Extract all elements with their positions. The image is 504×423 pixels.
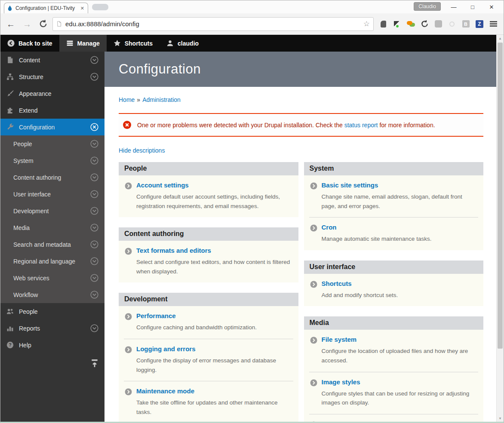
browser-tab[interactable]: Configuration | EDU-Tivity ✕ <box>4 3 88 13</box>
hide-descriptions-link[interactable]: Hide descriptions <box>119 147 165 154</box>
config-link-description: Add and modify shortcut sets. <box>322 291 398 300</box>
sidebar-item-user-interface[interactable]: User interface <box>0 186 104 202</box>
link-logging-and-errors[interactable]: Logging and errors <box>136 345 196 352</box>
toolbar-claudio[interactable]: claudio <box>160 35 206 52</box>
sidebar-item-label: Web services <box>13 275 85 282</box>
drupal-admin-toolbar: Back to site Manage Shortcuts claudio <box>0 35 496 52</box>
close-circle-icon[interactable] <box>90 123 98 131</box>
right-column: System Basic site settings Change site n… <box>304 162 484 422</box>
link-account-settings[interactable]: Account settings <box>136 181 189 189</box>
bookmark-star-icon[interactable]: ☆ <box>363 19 370 28</box>
url-text[interactable]: edu.ax:8888/admin/config <box>65 20 360 28</box>
evernote-extension-icon[interactable] <box>378 19 388 29</box>
config-link-description: Configure the display of error messages … <box>136 356 292 374</box>
page-body-row: Content Structure Appearance Extend Conf… <box>0 52 496 422</box>
chat-extension-icon[interactable] <box>406 19 416 29</box>
config-link-description: Manage automatic site maintenance tasks. <box>322 234 432 244</box>
browser-window: Configuration | EDU-Tivity ✕ Claudio —□✕… <box>0 0 504 423</box>
sidebar-item-help[interactable]: ? Help <box>0 337 104 353</box>
scrollbar-down-icon[interactable]: ▼ <box>497 415 504 422</box>
link-maintenance-mode[interactable]: Maintenance mode <box>136 387 194 395</box>
chevron-down-icon[interactable] <box>90 324 98 332</box>
config-link-text: Cron Manage automatic site maintenance t… <box>322 224 432 244</box>
inactive-extension-icon[interactable] <box>447 19 457 29</box>
link-image-styles[interactable]: Image styles <box>322 378 360 386</box>
chevron-right-icon <box>310 421 317 422</box>
chevron-down-icon[interactable] <box>90 56 98 64</box>
page-scrollbar[interactable]: ▲ ▼ <box>496 35 504 422</box>
forward-icon[interactable]: → <box>20 20 34 28</box>
chevron-down-icon[interactable] <box>90 73 98 81</box>
link-text-formats-and-editors[interactable]: Text formats and editors <box>136 247 211 254</box>
status-report-link[interactable]: status report <box>344 122 378 129</box>
breadcrumb-administration-link[interactable]: Administration <box>142 96 181 103</box>
toolbar-manage[interactable]: Manage <box>59 35 107 52</box>
sync-extension-icon[interactable] <box>419 19 430 29</box>
toolbar-item-label: Shortcuts <box>125 40 153 47</box>
scrollbar-up-icon[interactable]: ▲ <box>497 35 504 42</box>
sidebar-submenu-section: People System Content authoring User int… <box>0 135 104 303</box>
toolbar-shortcuts[interactable]: Shortcuts <box>107 35 160 52</box>
sidebar-item-content-authoring[interactable]: Content authoring <box>0 169 104 186</box>
tab-close-icon[interactable]: ✕ <box>80 6 85 11</box>
sidebar-item-label: Workflow <box>13 291 85 298</box>
address-bar[interactable]: edu.ax:8888/admin/config ☆ <box>52 17 374 31</box>
sidebar-item-configuration[interactable]: Configuration <box>0 119 104 135</box>
sidebar-item-development[interactable]: Development <box>0 202 104 219</box>
chevron-down-icon[interactable] <box>90 224 98 232</box>
menu-extension-icon[interactable] <box>488 19 498 29</box>
link-basic-site-settings[interactable]: Basic site settings <box>322 181 378 189</box>
sidebar-item-appearance[interactable]: Appearance <box>0 85 104 102</box>
chevron-down-icon[interactable] <box>90 156 98 165</box>
z-extension-icon[interactable]: Z <box>474 19 485 29</box>
link-image-toolkit[interactable]: Image toolkit <box>322 420 362 422</box>
page-icon <box>56 21 62 27</box>
chevron-down-icon[interactable] <box>90 240 98 248</box>
config-panel-body: Performance Configure caching and bandwi… <box>119 306 298 422</box>
chevron-down-icon[interactable] <box>90 274 98 282</box>
error-message: One or more problems were detected with … <box>119 113 483 137</box>
chevron-down-icon[interactable] <box>90 257 98 265</box>
chevron-down-icon[interactable] <box>90 190 98 198</box>
sidebar-item-regional-and-language[interactable]: Regional and language <box>0 253 104 270</box>
sidebar-item-label: Reports <box>19 325 85 332</box>
web-clipper-extension-icon[interactable] <box>392 19 402 29</box>
sidebar-item-reports[interactable]: Reports <box>0 320 104 337</box>
sidebar-item-web-services[interactable]: Web services <box>0 270 104 286</box>
chevron-right-icon <box>310 337 317 365</box>
b-extension-icon[interactable]: B <box>461 19 471 29</box>
sidebar-item-search-and-metadata[interactable]: Search and metadata <box>0 236 104 253</box>
minimize-window-icon[interactable]: — <box>444 0 463 13</box>
link-file-system[interactable]: File system <box>322 336 357 343</box>
link-cron[interactable]: Cron <box>322 224 337 231</box>
collapse-to-top-icon[interactable] <box>91 359 98 369</box>
sidebar-item-people[interactable]: People <box>0 135 104 152</box>
scrollbar-track[interactable] <box>497 42 504 415</box>
sidebar-item-structure[interactable]: Structure <box>0 68 104 85</box>
back-icon[interactable]: ← <box>4 20 18 28</box>
app-extension-icon[interactable] <box>433 19 443 29</box>
config-link-text: Shortcuts Add and modify shortcut sets. <box>322 280 398 300</box>
link-performance[interactable]: Performance <box>136 312 176 319</box>
close-window-icon[interactable]: ✕ <box>482 0 501 13</box>
new-tab-button[interactable] <box>92 4 108 10</box>
reload-icon[interactable] <box>37 20 50 28</box>
sidebar-item-media[interactable]: Media <box>0 219 104 236</box>
sidebar-item-content[interactable]: Content <box>0 52 104 68</box>
breadcrumb-home-link[interactable]: Home <box>119 96 135 103</box>
browser-profile-badge[interactable]: Claudio <box>414 2 441 11</box>
sidebar-item-label: Structure <box>19 74 85 80</box>
sidebar-item-system[interactable]: System <box>0 152 104 169</box>
chevron-down-icon[interactable] <box>90 173 98 181</box>
chevron-down-icon[interactable] <box>90 140 98 148</box>
scrollbar-thumb[interactable] <box>498 43 503 349</box>
toolbar-back-to-site[interactable]: Back to site <box>0 35 59 52</box>
chevron-down-icon[interactable] <box>90 291 98 299</box>
maximize-window-icon[interactable]: □ <box>463 0 482 13</box>
drupal-favicon <box>7 5 13 11</box>
link-shortcuts[interactable]: Shortcuts <box>322 280 352 287</box>
sidebar-item-workflow[interactable]: Workflow <box>0 286 104 303</box>
sidebar-item-extend[interactable]: Extend <box>0 102 104 119</box>
chevron-down-icon[interactable] <box>90 207 98 215</box>
sidebar-item-people[interactable]: People <box>0 303 104 320</box>
